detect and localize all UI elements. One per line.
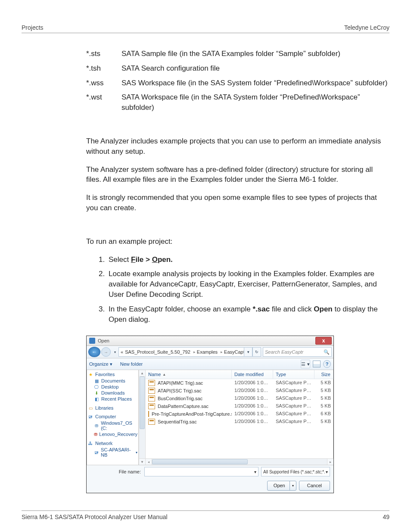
dialog-body: ★Favorites ▦Documents 🖵Desktop ⬇Download… <box>87 370 333 465</box>
window-title: Open <box>98 338 109 343</box>
scroll-thumb[interactable] <box>140 376 145 429</box>
file-row[interactable]: Pre-TrigCaptureAndPost-TrigCapture.sac 1… <box>146 410 333 418</box>
col-name[interactable]: Name▲ <box>146 370 232 379</box>
computer-icon: 🖳 <box>87 414 93 419</box>
def-term: *.wss <box>86 78 121 88</box>
preview-pane-button[interactable] <box>312 360 321 368</box>
chevron-right-icon: ▸ <box>221 350 223 354</box>
def-desc: SATA Workspace file (in the SATA System … <box>121 92 389 113</box>
file-icon <box>148 388 155 394</box>
scroll-down-icon[interactable]: ▼ <box>139 458 145 465</box>
col-size[interactable]: Size <box>314 370 333 379</box>
step-2: Locate example analysis projects by look… <box>107 269 389 299</box>
footer-left: Sierra M6-1 SAS/SATA Protocol Analyzer U… <box>22 513 168 520</box>
nav-item-documents[interactable]: ▦Documents <box>87 378 137 384</box>
nav-item-pc[interactable]: 🖳SC-APASARI-NB▾ <box>87 447 137 458</box>
nav-network[interactable]: 🖧Network <box>87 441 137 446</box>
organize-menu[interactable]: Organize ▾ <box>89 361 112 367</box>
paragraph: The Analyzer system software has a pre-d… <box>86 165 389 185</box>
file-row[interactable]: DataPatternCapture.sac 1/20/2006 1:00 AM… <box>146 402 333 410</box>
download-icon: ⬇ <box>93 390 100 395</box>
def-row: *.wss SAS Workspace file (in the SAS Sys… <box>86 78 389 88</box>
nav-item-desktop[interactable]: 🖵Desktop <box>87 384 137 390</box>
forward-button[interactable]: → <box>101 347 111 357</box>
nav-item-recovery[interactable]: ⛃Lenovo_Recovery <box>87 431 137 437</box>
file-pane: Name▲ Date modified Type Size ATAPI(MMC … <box>146 370 333 465</box>
nav-libraries[interactable]: ▭Libraries <box>87 405 137 411</box>
search-input[interactable]: Search EasyCaptr 🔍 <box>263 347 332 357</box>
page-footer: Sierra M6-1 SAS/SATA Protocol Analyzer U… <box>22 510 389 520</box>
scroll-up-icon[interactable]: ▲ <box>139 370 145 376</box>
file-icon <box>148 395 155 401</box>
chevron-right-icon: ▸ <box>193 350 196 354</box>
chevron-down-icon[interactable]: ▾ <box>136 451 137 454</box>
path-dropdown[interactable]: ▾ <box>244 347 252 357</box>
button-row: Open ▾ Cancel <box>87 478 333 493</box>
nav-favorites[interactable]: ★Favorites <box>87 372 137 377</box>
search-placeholder: Search EasyCaptr <box>265 349 303 355</box>
file-icon <box>148 411 149 417</box>
file-icon <box>148 419 155 425</box>
footer-page: 49 <box>383 513 389 520</box>
open-dialog: Open x ← → ▾ « SAS_Protocol_Suite_5.50_7… <box>86 336 334 493</box>
chevron-down-icon: ▾ <box>326 470 328 474</box>
document-icon: ▦ <box>93 378 100 383</box>
def-row: *.tsh SATA Search configuration file <box>86 63 389 74</box>
scroll-right-icon[interactable]: ▸ <box>327 459 333 465</box>
file-row[interactable]: BusConditionTrig.sac 1/20/2006 1:00 AM S… <box>146 395 333 402</box>
file-header: Name▲ Date modified Type Size <box>146 370 333 379</box>
paragraph: It is strongly recommended that you open… <box>86 193 389 213</box>
computer-icon: 🖳 <box>93 450 99 455</box>
page-header: Projects Teledyne LeCroy <box>22 24 389 33</box>
titlebar[interactable]: Open x <box>87 336 333 346</box>
file-row[interactable]: ATAPI(MMC Trig).sac 1/20/2006 1:00 AM SA… <box>146 379 333 387</box>
open-split-dropdown[interactable]: ▾ <box>290 481 296 490</box>
col-type[interactable]: Type <box>273 370 314 379</box>
help-button[interactable]: ? <box>323 360 331 368</box>
file-list: ATAPI(MMC Trig).sac 1/20/2006 1:00 AM SA… <box>146 379 333 426</box>
drive-icon: ⛃ <box>93 423 99 428</box>
def-row: *.wst SATA Workspace file (in the SATA S… <box>86 92 389 113</box>
breadcrumb-path[interactable]: « SAS_Protocol_Suite_5.50_792▸ Examples▸… <box>118 347 244 357</box>
scroll-left-icon[interactable]: ◂ <box>146 459 152 465</box>
crumb[interactable]: Examples <box>197 349 218 355</box>
history-dropdown[interactable]: ▾ <box>114 350 116 354</box>
def-term: *.tsh <box>86 63 121 74</box>
col-date[interactable]: Date modified <box>232 370 273 379</box>
hscroll-thumb[interactable] <box>152 459 248 464</box>
nav-computer[interactable]: 🖳Computer <box>87 414 137 419</box>
def-desc: SATA Sample file (in the SATA Examples f… <box>121 49 389 59</box>
crumb[interactable]: SAS_Protocol_Suite_5.50_792 <box>125 349 190 355</box>
chevron-down-icon: ▾ <box>254 470 256 474</box>
cancel-button[interactable]: Cancel <box>299 481 330 491</box>
file-hscrollbar[interactable]: ◂ ▸ <box>146 458 333 465</box>
back-button[interactable]: ← <box>88 347 100 357</box>
steps-intro: To run an example project: <box>86 236 389 247</box>
filetype-filter[interactable]: All Supported Files (*.sac;*.stc;*. ▾ <box>261 467 330 476</box>
file-extension-list: *.sts SATA Sample file (in the SATA Exam… <box>86 49 389 113</box>
desktop-icon: 🖵 <box>93 384 100 389</box>
nav-scrollbar[interactable]: ▲ ▼ <box>139 370 146 465</box>
step-1: Select File > Open. <box>107 255 389 265</box>
view-options-button[interactable]: ☰ ▾ <box>301 360 310 368</box>
new-folder-button[interactable]: New folder <box>120 361 143 367</box>
file-row[interactable]: SequentialTrig.sac 1/20/2006 1:01 AM SAS… <box>146 418 333 426</box>
nav-item-recent[interactable]: ◧Recent Places <box>87 396 137 402</box>
recent-icon: ◧ <box>93 396 100 401</box>
star-icon: ★ <box>87 372 93 377</box>
network-icon: 🖧 <box>87 441 93 446</box>
file-row[interactable]: ATAPI(SSC Trig).sac 1/20/2006 1:00 AM SA… <box>146 387 333 395</box>
crumb-prefix: « <box>121 349 123 355</box>
filename-row: File name: ▾ All Supported Files (*.sac;… <box>87 465 333 478</box>
def-term: *.sts <box>86 49 121 59</box>
file-icon <box>148 380 155 386</box>
open-button[interactable]: Open ▾ <box>267 481 296 491</box>
refresh-button[interactable]: ↻ <box>252 347 261 357</box>
nav-item-downloads[interactable]: ⬇Downloads <box>87 390 137 396</box>
filename-input[interactable]: ▾ <box>144 467 258 476</box>
crumb[interactable]: EasyCaptr <box>224 349 244 355</box>
def-desc: SATA Search configuration file <box>121 63 389 74</box>
library-icon: ▭ <box>87 405 93 411</box>
close-button[interactable]: x <box>315 337 332 345</box>
nav-item-drive[interactable]: ⛃Windows7_OS (C: <box>87 420 137 431</box>
